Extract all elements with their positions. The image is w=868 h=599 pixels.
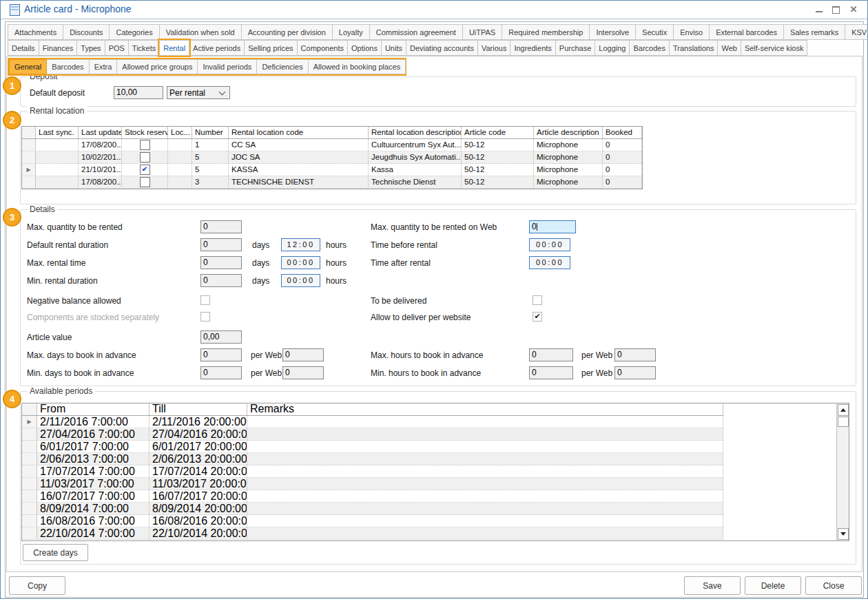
default-deposit-input[interactable]: 10,00 xyxy=(114,86,163,99)
row-selector-cell[interactable] xyxy=(22,503,37,514)
copy-button[interactable]: Copy xyxy=(9,576,65,595)
scroll-down-button[interactable] xyxy=(838,528,849,540)
cell-from[interactable]: 27/04/2016 7:00:00 xyxy=(37,428,149,440)
cell-article-description[interactable]: Microphone xyxy=(534,151,603,163)
cell-loc[interactable] xyxy=(168,151,192,163)
cell-booked[interactable]: 0 xyxy=(603,151,642,163)
cell-from[interactable]: 2/11/2016 7:00:00 xyxy=(37,416,149,428)
tab-barcodes[interactable]: Barcodes xyxy=(629,40,669,56)
row-selector-cell[interactable] xyxy=(22,465,37,477)
available-period-row[interactable]: 22/10/2014 7:00:0022/10/2014 20:00:00 xyxy=(22,527,723,540)
stock-reserve-checkbox[interactable] xyxy=(140,177,150,187)
cell-number[interactable]: 1 xyxy=(192,139,229,151)
tab-accounting-per-division[interactable]: Accounting per division xyxy=(241,24,333,40)
row-selector-cell[interactable] xyxy=(22,151,36,163)
cell-from[interactable]: 11/03/2017 7:00:00 xyxy=(37,478,149,490)
rental-location-row[interactable]: 17/08/200...1CC SACultuurcentrum Syx Aut… xyxy=(22,139,642,151)
cell-remarks[interactable] xyxy=(247,478,723,490)
tab-options[interactable]: Options xyxy=(347,40,382,56)
cell-till[interactable]: 22/10/2014 20:00:00 xyxy=(149,527,247,539)
default-duration-days-input[interactable]: 0 xyxy=(200,238,242,251)
sub-tab-general-selected[interactable]: General xyxy=(9,59,47,74)
cell-rental-location-description[interactable]: Cultuurcentrum Syx Aut... xyxy=(369,139,462,151)
rental-location-row[interactable]: ▶21/10/201...✔5KASSAKassa50-12Microphone… xyxy=(22,164,642,176)
save-button[interactable]: Save xyxy=(684,576,741,595)
tab-details[interactable]: Details xyxy=(8,40,39,56)
cell-article-description[interactable]: Microphone xyxy=(534,164,603,176)
cell-remarks[interactable] xyxy=(247,515,723,527)
max-qty-web-input[interactable]: 0 xyxy=(529,220,576,233)
sub-tab-invalid-periods[interactable]: Invalid periods xyxy=(197,59,257,74)
row-selector-cell[interactable] xyxy=(22,490,37,502)
tab-attachments[interactable]: Attachments xyxy=(8,24,63,40)
min-hours-per-web-input[interactable]: 0 xyxy=(614,366,656,379)
min-days-input[interactable]: 0 xyxy=(200,366,242,379)
header-loc[interactable]: Loc... xyxy=(168,127,192,138)
tab-translations[interactable]: Translations xyxy=(669,40,719,56)
header-stock-reserve[interactable]: Stock reserve xyxy=(122,127,168,138)
tab-loyalty[interactable]: Loyalty xyxy=(332,24,370,40)
cell-remarks[interactable] xyxy=(247,465,723,477)
tab-finances[interactable]: Finances xyxy=(39,40,78,56)
stock-reserve-checkbox[interactable] xyxy=(140,152,150,162)
maximize-button[interactable] xyxy=(830,4,841,14)
cell-till[interactable]: 11/03/2017 20:00:00 xyxy=(149,478,247,490)
cell-article-description[interactable]: Microphone xyxy=(534,176,603,188)
cell-from[interactable]: 6/01/2017 7:00:00 xyxy=(37,441,149,452)
row-selector-cell[interactable] xyxy=(22,515,37,527)
cell-booked[interactable]: 0 xyxy=(603,164,642,176)
sub-tab-deficiencies[interactable]: Deficiencies xyxy=(256,59,308,74)
available-period-row[interactable]: 8/09/2014 7:00:008/09/2014 20:00:00 xyxy=(22,503,723,515)
cell-loc[interactable] xyxy=(168,176,192,188)
max-hours-per-web-input[interactable]: 0 xyxy=(614,348,656,361)
rental-location-row[interactable]: 17/08/200...3TECHNISCHE DIENSTTechnische… xyxy=(22,176,642,189)
available-period-row[interactable]: 6/01/2017 7:00:006/01/2017 20:00:00 xyxy=(22,441,723,453)
cell-till[interactable]: 16/07/2017 20:00:00 xyxy=(149,490,247,502)
available-period-row[interactable]: 2/06/2013 7:00:002/06/2013 20:00:00 xyxy=(22,453,723,465)
header-remarks[interactable]: Remarks xyxy=(247,403,723,415)
cell-till[interactable]: 27/04/2016 20:00:00 xyxy=(149,428,247,440)
tab-ingredients[interactable]: Ingredients xyxy=(510,40,555,56)
scroll-up-button[interactable] xyxy=(838,404,849,416)
tab-enviso[interactable]: Enviso xyxy=(673,24,710,40)
cell-article-code[interactable]: 50-12 xyxy=(462,176,534,188)
sub-tab-allowed-in-booking-places[interactable]: Allowed in booking places xyxy=(308,59,406,74)
cell-loc[interactable] xyxy=(168,139,192,151)
cell-article-description[interactable]: Microphone xyxy=(534,139,603,151)
stock-reserve-checkbox[interactable] xyxy=(140,140,150,150)
cell-remarks[interactable] xyxy=(247,441,723,452)
tab-web[interactable]: Web xyxy=(717,40,741,56)
cell-rental-location-description[interactable]: Technische Dienst xyxy=(369,176,462,188)
max-days-per-web-input[interactable]: 0 xyxy=(282,348,324,361)
sub-tab-allowed-price-groups[interactable]: Allowed price groups xyxy=(116,59,198,74)
tab-self-service-kiosk[interactable]: Self-service kiosk xyxy=(741,40,808,56)
cell-till[interactable]: 8/09/2014 20:00:00 xyxy=(149,503,247,514)
create-days-button[interactable]: Create days xyxy=(23,544,88,561)
cell-last-sync[interactable] xyxy=(36,139,79,151)
cell-till[interactable]: 6/01/2017 20:00:00 xyxy=(149,441,247,452)
tab-deviating-accounts[interactable]: Deviating accounts xyxy=(406,40,478,56)
tab-discounts[interactable]: Discounts xyxy=(63,24,110,40)
available-period-row[interactable]: 11/03/2017 7:00:0011/03/2017 20:00:00 xyxy=(22,478,723,490)
cell-till[interactable]: 16/08/2016 20:00:00 xyxy=(149,515,247,527)
cell-till[interactable]: 17/07/2014 20:00:00 xyxy=(149,465,247,477)
cell-last-sync[interactable] xyxy=(36,176,79,188)
tab-validation-when-sold[interactable]: Validation when sold xyxy=(159,24,242,40)
cell-article-code[interactable]: 50-12 xyxy=(462,164,534,176)
cell-rental-location-code[interactable]: TECHNISCHE DIENST xyxy=(229,176,369,188)
cell-remarks[interactable] xyxy=(247,453,723,465)
tab-intersolve[interactable]: Intersolve xyxy=(589,24,636,40)
cell-rental-location-code[interactable]: KASSA xyxy=(229,164,369,176)
row-selector-cell[interactable] xyxy=(22,453,37,465)
tab-sales-remarks[interactable]: Sales remarks xyxy=(783,24,845,40)
max-rental-time-time-input[interactable]: 00:00 xyxy=(281,256,320,269)
cell-remarks[interactable] xyxy=(247,503,723,514)
cell-stock-reserve[interactable] xyxy=(122,176,168,188)
max-rental-time-days-input[interactable]: 0 xyxy=(200,256,242,269)
cell-remarks[interactable] xyxy=(247,416,723,428)
min-duration-time-input[interactable]: 00:00 xyxy=(281,274,320,287)
cell-last-update[interactable]: 21/10/201... xyxy=(79,164,122,176)
row-selector-cell[interactable] xyxy=(22,428,37,440)
tab-required-membership[interactable]: Required membership xyxy=(502,24,590,40)
cell-booked[interactable]: 0 xyxy=(603,176,642,188)
